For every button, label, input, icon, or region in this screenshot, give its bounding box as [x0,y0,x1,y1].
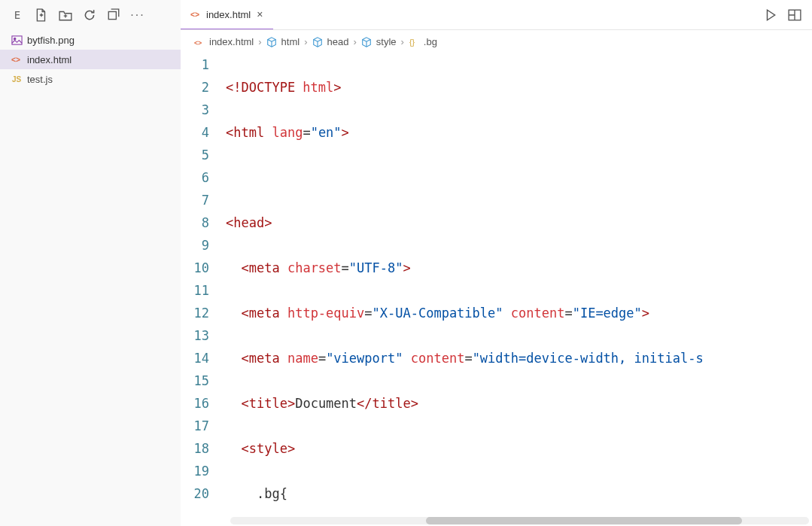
new-file-icon[interactable] [35,8,48,22]
code-content[interactable]: <!DOCTYPE html> <html lang="en"> <head> … [226,53,812,526]
svg-text:<>: <> [194,38,202,46]
code-editor[interactable]: 1234567891011121314151617181920 <!DOCTYP… [181,53,812,526]
explorer-icon[interactable]: E [11,8,24,22]
file-label: bytfish.png [27,35,75,46]
collapse-all-icon[interactable] [107,8,120,22]
svg-rect-3 [11,35,21,44]
svg-point-4 [14,38,15,39]
cube-icon [312,37,323,47]
scrollbar-thumb[interactable] [426,517,742,524]
chevron-right-icon: › [258,36,261,47]
more-icon[interactable]: ··· [131,8,144,22]
explorer-toolbar: E ··· [0,0,181,30]
chevron-right-icon: › [304,36,307,47]
cube-icon [266,37,277,47]
line-number-gutter: 1234567891011121314151617181920 [181,53,226,526]
refresh-icon[interactable] [83,8,96,22]
breadcrumb-label[interactable]: style [376,36,397,47]
svg-rect-0 [108,12,116,20]
preview-icon[interactable] [788,8,801,22]
file-label: test.js [27,74,53,85]
horizontal-scrollbar[interactable] [230,517,809,524]
cube-icon [361,37,372,47]
file-label: index.html [27,54,71,65]
js-icon: JS [11,73,23,85]
file-explorer: bytfish.png <> index.html JS test.js [0,30,181,526]
file-item-test-js[interactable]: JS test.js [0,69,181,89]
chevron-right-icon: › [401,36,404,47]
breadcrumb-label[interactable]: index.html [209,36,254,47]
brace-icon: {} [409,37,419,47]
new-folder-icon[interactable] [59,8,72,22]
file-item-bytfish[interactable]: bytfish.png [0,30,181,50]
breadcrumb[interactable]: <> index.html › html › head › style › {}… [181,30,812,53]
breadcrumb-label[interactable]: html [281,36,300,47]
file-item-index-html[interactable]: <> index.html [0,50,181,69]
html-icon: <> [190,8,202,20]
chevron-right-icon: › [353,36,356,47]
tab-label: index.html [206,9,251,20]
image-icon [11,34,23,46]
close-icon[interactable]: × [255,8,264,20]
svg-text:{}: {} [409,37,415,46]
tab-index-html[interactable]: <> index.html × [181,0,273,29]
svg-text:<>: <> [11,56,20,64]
breadcrumb-label[interactable]: head [327,36,349,47]
run-icon[interactable] [764,8,777,22]
html-icon: <> [11,53,23,65]
html-icon: <> [194,37,205,47]
svg-text:<>: <> [190,11,199,19]
editor-pane: <> index.html › html › head › style › {}… [181,30,812,526]
breadcrumb-label[interactable]: .bg [424,36,437,47]
